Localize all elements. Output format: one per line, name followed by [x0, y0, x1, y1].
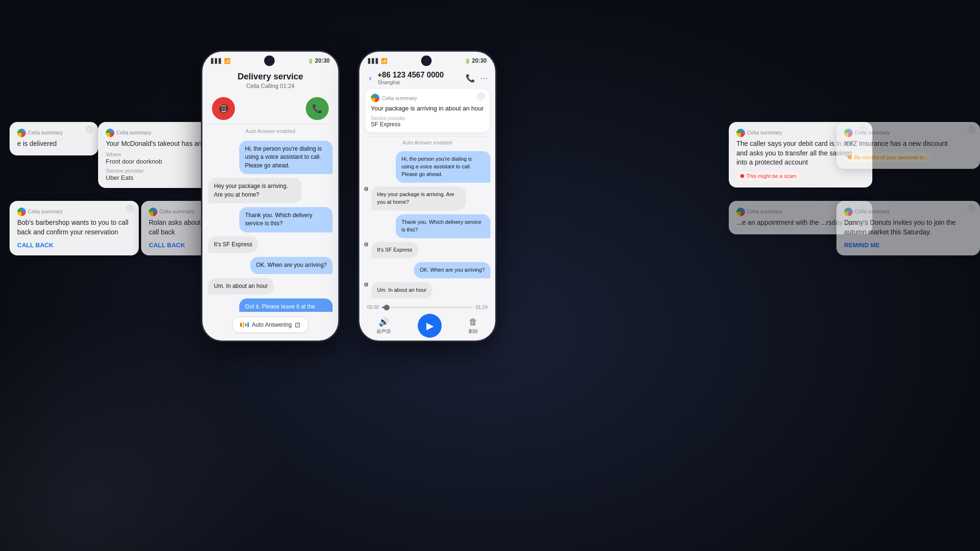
speaker-icon: 🔊 — [379, 317, 389, 327]
decline-button[interactable]: 📵 — [212, 97, 235, 120]
rbubble-row-5: Um. In about an hour — [364, 282, 490, 298]
info-icon-9: ⓘ — [968, 205, 975, 212]
notch-right — [421, 55, 432, 66]
sound-wave-3 — [364, 242, 368, 247]
contact-sub: Shanghai — [378, 79, 462, 85]
celia-icon-8 — [736, 208, 745, 216]
sound-wave-1 — [364, 187, 368, 191]
status-bar-right: ▋▋▋ 📶 🔋 20:30 — [359, 52, 495, 68]
sw3b — [367, 242, 368, 246]
celia-icon-summary — [371, 94, 379, 102]
battery-left: 🔋 — [308, 58, 313, 64]
delete-icon: 🗑 — [469, 317, 478, 327]
card5-title: XYZ Insurance has a new discount — [844, 139, 972, 149]
rbubble-1: Hey your package is arriving. Are you at… — [371, 187, 466, 210]
msg-divider — [367, 136, 488, 137]
bubble-1: Hey your package is arriving. Are you at… — [208, 178, 301, 203]
auto-answering-icon: ⊡ — [295, 321, 301, 329]
more-icon[interactable]: ⋯ — [480, 74, 488, 83]
answer-button[interactable]: 📞 — [306, 97, 329, 120]
progress-thumb — [384, 305, 390, 310]
bar2 — [243, 322, 244, 328]
rbubble-5: Um. In about an hour — [371, 282, 432, 298]
play-button[interactable]: ▶ — [418, 314, 442, 338]
battery-time-left: 🔋 20:30 — [308, 57, 330, 64]
celia-label-4: Celia summary — [747, 130, 782, 135]
call-subtitle: Celia Calling 01:24 — [210, 83, 331, 89]
phone-right: ▋▋▋ 📶 🔋 20:30 ‹ +86 123 4567 0000 Shangh… — [358, 50, 497, 342]
auto-answer-label-left: Auto Answer enabled — [202, 128, 338, 134]
sw1 — [364, 187, 365, 190]
auto-answer-label-right: Auto Answer enabled — [359, 140, 495, 145]
celia-label-8: Celia summary — [747, 209, 782, 214]
notch-left — [264, 55, 275, 66]
summary-header: Celia summary — [371, 94, 484, 102]
call-bottom: Auto Answering ⊡ — [202, 312, 338, 341]
celia-icon-5 — [844, 129, 853, 137]
celia-label-7: Celia summary — [159, 209, 194, 214]
call-header: Delivery service Celia Calling 01:24 — [202, 68, 338, 95]
audio-player: 00:00 01:24 🔊 扬声器 ▶ 🗑 删除 — [359, 301, 495, 341]
bar4 — [247, 322, 249, 327]
celia-label-2: Celia summary — [116, 130, 151, 135]
celia-summary-card: ⓘ Celia summary Your package is arriving… — [365, 89, 490, 132]
bg-card-1: ⓘ Celia summary e is delivered — [10, 122, 98, 155]
celia-label-1: Celia summary — [28, 130, 63, 135]
auto-answering-label: Auto Answering — [252, 321, 291, 328]
delete-control[interactable]: 🗑 删除 — [468, 317, 478, 335]
auto-icon — [240, 322, 249, 328]
sw2b — [366, 242, 367, 247]
rbubble-row-3: It's SF Express — [364, 242, 490, 258]
info-icon-6: ⓘ — [126, 205, 134, 212]
summary-info-icon: ⓘ — [477, 93, 485, 100]
card6-title: Bob's barbershop wants to you to call ba… — [17, 218, 131, 237]
sw1c — [364, 283, 365, 286]
wifi-left: 📶 — [224, 58, 231, 64]
bubble-6: Got it. Please leave it at the front doo… — [239, 298, 333, 312]
signal-left: ▋▋▋ — [211, 58, 223, 64]
sw3c — [367, 283, 368, 287]
header-icons: 📞 ⋯ — [466, 74, 488, 83]
bubble-4: OK. When are you arriving? — [250, 257, 333, 274]
auto-answering-button[interactable]: Auto Answering ⊡ — [232, 317, 308, 333]
card9-action[interactable]: REMIND ME — [844, 242, 972, 249]
card1-title: e is delivered — [17, 139, 90, 149]
back-button[interactable]: ‹ — [367, 72, 374, 84]
phone-icon[interactable]: 📞 — [466, 74, 475, 83]
scam-warning: This might be a scam — [736, 171, 801, 181]
audio-controls: 🔊 扬声器 ▶ 🗑 删除 — [367, 314, 488, 338]
chat-area-left: Hi, the person you're dialing is using a… — [202, 137, 338, 312]
call-divider — [210, 124, 331, 124]
rbubble-0: Hi, the person you're dialing is using a… — [396, 151, 490, 183]
bar1 — [240, 323, 242, 327]
signal-icons-right: ▋▋▋ 📶 — [368, 58, 388, 64]
mindful-dot — [848, 155, 852, 159]
rbubble-3: It's SF Express — [371, 242, 418, 258]
sw2 — [366, 187, 367, 191]
bar3 — [245, 323, 246, 326]
bubble-2: Thank you. Which delivery service is thi… — [239, 207, 333, 232]
progress-bar[interactable] — [382, 307, 473, 308]
card9-title: Danny's Donuts invites you to join the a… — [844, 218, 972, 237]
celia-label-6: Celia summary — [28, 209, 63, 214]
warning-dot — [740, 174, 744, 178]
signal-right: ▋▋▋ — [368, 58, 379, 64]
celia-icon-1 — [17, 129, 26, 137]
celia-icon-4 — [736, 129, 745, 137]
audio-time-end: 01:24 — [476, 305, 488, 310]
chat-area-right: Hi, the person you're dialing is using a… — [359, 148, 495, 301]
bubble-5: Um. In about an hour — [208, 278, 274, 295]
info-icon-5: ⓘ — [968, 126, 975, 133]
celia-icon-6 — [17, 208, 26, 216]
battery-right: 🔋 — [465, 58, 470, 64]
summary-text: Your package is arriving in about an hou… — [371, 104, 484, 113]
celia-icon-2 — [106, 129, 114, 137]
summary-label: Celia summary — [382, 95, 417, 101]
audio-time-start: 00:00 — [367, 305, 379, 310]
time-left: 20:30 — [315, 57, 330, 64]
speaker-control[interactable]: 🔊 扬声器 — [377, 317, 391, 335]
speaker-label: 扬声器 — [377, 328, 391, 335]
card6-action[interactable]: CALL BACK — [17, 242, 131, 249]
call-contact-name: Delivery service — [210, 72, 331, 82]
bg-card-5: ⓘ Celia summary XYZ Insurance has a new … — [836, 122, 980, 169]
